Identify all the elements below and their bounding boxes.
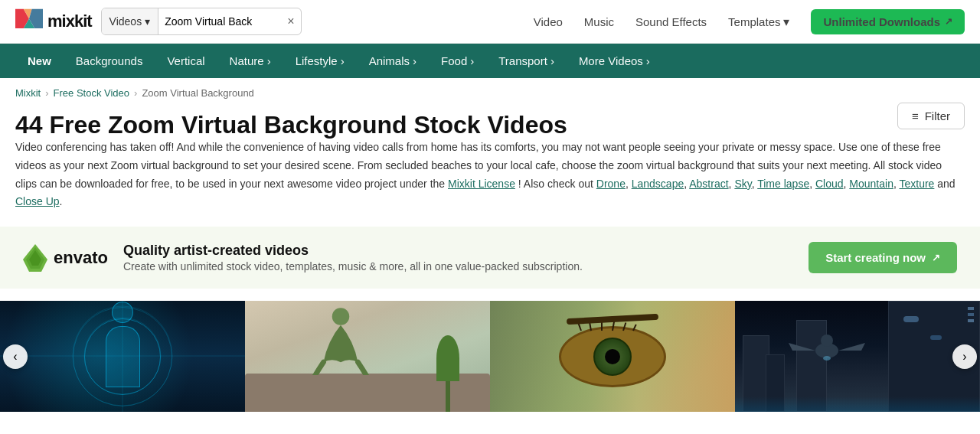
header-nav: Video Music Sound Effects Templates ▾ Un… <box>534 9 965 34</box>
subnav-lifestyle[interactable]: Lifestyle › <box>283 44 357 78</box>
search-type-label: Videos <box>109 15 142 28</box>
search-clear-button[interactable]: × <box>281 15 300 28</box>
mixkit-license-link[interactable]: Mixkit License <box>448 178 515 190</box>
video-card[interactable] <box>0 301 245 412</box>
nav-templates-wrapper: Templates ▾ <box>728 15 789 29</box>
header-left: mixkit Videos ▾ × <box>15 8 302 35</box>
site-header: mixkit Videos ▾ × Video Music Sound Effe… <box>0 0 980 44</box>
logo-icon <box>15 8 43 35</box>
subnav-food[interactable]: Food › <box>429 44 486 78</box>
flying-vehicle-2 <box>930 335 942 340</box>
description-text-2: ! Also check out <box>518 178 596 190</box>
nav-sound-effects[interactable]: Sound Effects <box>635 15 707 28</box>
envato-cta-label: Start creating now <box>825 251 926 264</box>
chevron-down-icon: ▾ <box>145 15 150 28</box>
subnav-vertical[interactable]: Vertical <box>155 44 217 78</box>
video-grid <box>0 301 980 412</box>
breadcrumb-sep-2: › <box>134 87 137 99</box>
envato-banner: envato Quality artist-created videos Cre… <box>0 227 980 289</box>
envato-leaf-icon <box>23 244 47 272</box>
external-link-icon: ↗ <box>945 16 952 27</box>
nature-chevron-icon: › <box>267 54 271 67</box>
iris <box>593 338 632 376</box>
envato-subtext: Create with unlimited stock video, templ… <box>123 260 583 272</box>
filter-button[interactable]: ≡ Filter <box>897 103 965 129</box>
breadcrumb: Mixkit › Free Stock Video › Zoom Virtual… <box>0 78 980 105</box>
transport-chevron-icon: › <box>550 54 554 67</box>
envato-cta-button[interactable]: Start creating now ↗ <box>808 242 957 273</box>
closeup-link[interactable]: Close Up <box>15 195 60 207</box>
envato-logo: envato <box>23 244 108 272</box>
more-videos-chevron-icon: › <box>646 54 650 67</box>
pupil <box>605 349 620 364</box>
video-card[interactable] <box>490 301 735 412</box>
envato-heading: Quality artist-created videos <box>123 243 583 259</box>
subnav-nature[interactable]: Nature › <box>217 44 283 78</box>
unlimited-downloads-button[interactable]: Unlimited Downloads ↗ <box>811 9 965 34</box>
timelapse-link[interactable]: Time lapse <box>757 178 809 190</box>
svg-point-10 <box>821 334 833 347</box>
logo[interactable]: mixkit <box>15 8 92 35</box>
search-input[interactable] <box>158 15 281 28</box>
page-description: Video conferencing has taken off! And wh… <box>0 139 980 227</box>
mountain-link[interactable]: Mountain <box>849 178 893 190</box>
title-area: 44 Free Zoom Virtual Background Stock Vi… <box>0 105 980 129</box>
video-grid-wrapper: ‹ <box>0 301 980 412</box>
external-link-icon-envato: ↗ <box>932 252 940 263</box>
breadcrumb-home[interactable]: Mixkit <box>15 87 41 99</box>
drone-link[interactable]: Drone <box>596 178 626 190</box>
subnav-animals[interactable]: Animals › <box>357 44 429 78</box>
scifi-scene <box>735 301 980 412</box>
envato-description: Quality artist-created videos Create wit… <box>123 243 583 272</box>
texture-link[interactable]: Texture <box>899 178 934 190</box>
subnav-more-videos[interactable]: More Videos › <box>567 44 662 78</box>
filter-icon: ≡ <box>912 109 919 122</box>
sky-link[interactable]: Sky <box>734 178 751 190</box>
yoga-figure-svg <box>306 306 375 375</box>
nav-video[interactable]: Video <box>534 15 563 28</box>
holographic-scene <box>0 301 245 412</box>
abstract-link[interactable]: Abstract <box>689 178 728 190</box>
sub-navigation: New Backgrounds Vertical Nature › Lifest… <box>0 44 980 78</box>
svg-point-11 <box>823 356 831 361</box>
nav-music[interactable]: Music <box>584 15 614 28</box>
eye-shape <box>559 326 666 387</box>
eye-scene <box>490 301 735 412</box>
templates-chevron-icon: ▾ <box>783 15 789 29</box>
logo-text: mixkit <box>47 11 92 31</box>
lifestyle-chevron-icon: › <box>341 54 345 67</box>
animals-chevron-icon: › <box>413 54 416 67</box>
ground-glow <box>735 396 980 412</box>
subnav-backgrounds[interactable]: Backgrounds <box>64 44 155 78</box>
video-card[interactable] <box>735 301 980 412</box>
breadcrumb-current: Zoom Virtual Background <box>142 87 253 99</box>
holo-grid-svg <box>0 301 245 412</box>
breadcrumb-parent[interactable]: Free Stock Video <box>54 87 129 99</box>
video-card[interactable] <box>245 301 490 412</box>
envato-left: envato Quality artist-created videos Cre… <box>23 243 583 272</box>
svg-point-8 <box>332 308 350 325</box>
food-chevron-icon: › <box>470 54 474 67</box>
subnav-new[interactable]: New <box>15 44 64 78</box>
cloud-link[interactable]: Cloud <box>815 178 844 190</box>
flying-vehicle-1 <box>903 316 919 322</box>
envato-text: envato <box>54 248 108 268</box>
nav-templates[interactable]: Templates <box>728 15 780 28</box>
search-type-dropdown[interactable]: Videos ▾ <box>102 8 159 34</box>
search-bar: Videos ▾ × <box>101 8 302 35</box>
carousel-next-button[interactable]: › <box>952 344 977 369</box>
landscape-link[interactable]: Landscape <box>632 178 684 190</box>
yoga-scene <box>245 301 490 412</box>
flying-figure-svg <box>781 324 873 370</box>
unlimited-downloads-label: Unlimited Downloads <box>823 15 940 28</box>
filter-label: Filter <box>925 109 950 122</box>
carousel-prev-button[interactable]: ‹ <box>3 344 28 369</box>
plant <box>436 343 459 412</box>
breadcrumb-sep-1: › <box>45 87 48 99</box>
subnav-transport[interactable]: Transport › <box>486 44 567 78</box>
